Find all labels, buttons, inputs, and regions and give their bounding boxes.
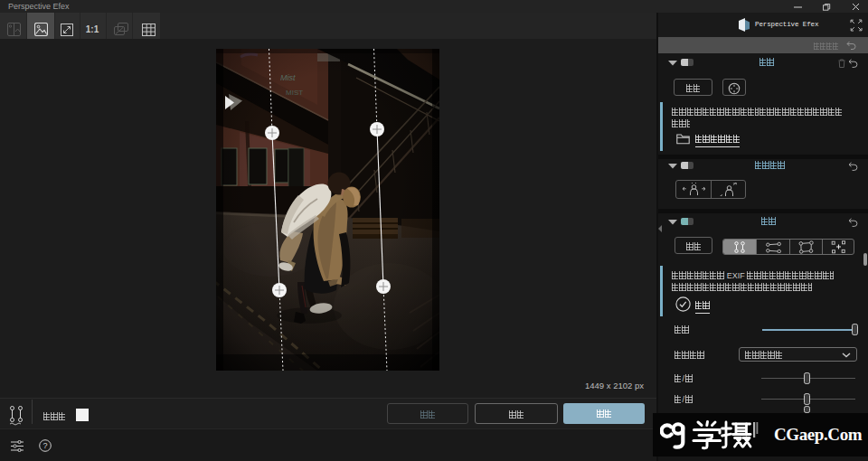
svg-text:?: ? — [42, 441, 47, 450]
